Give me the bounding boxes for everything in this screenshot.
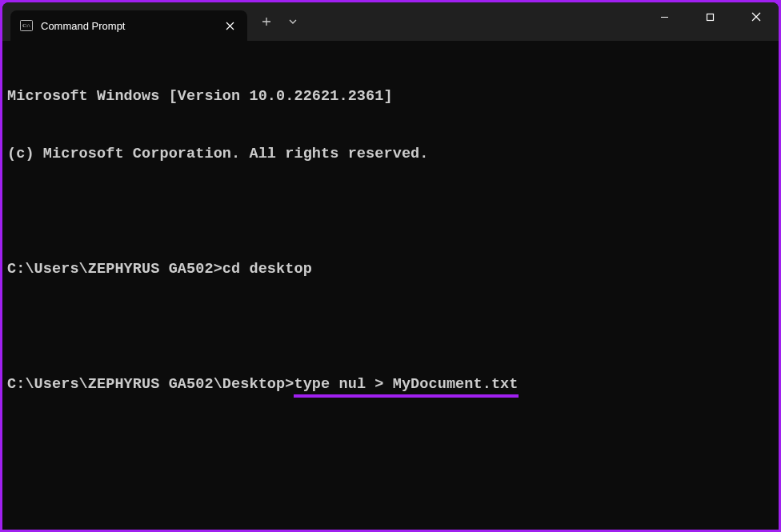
- new-tab-button[interactable]: [252, 9, 281, 34]
- prompt-text: C:\Users\ZEPHYRUS GA502\Desktop>: [7, 376, 294, 393]
- prompt-text: C:\Users\ZEPHYRUS GA502>: [7, 261, 222, 278]
- blank-line: [7, 202, 774, 222]
- minimize-button[interactable]: [642, 2, 687, 31]
- chevron-down-icon: [288, 17, 298, 26]
- tab-title: Command Prompt: [41, 20, 222, 32]
- window-controls: [642, 2, 779, 41]
- titlebar: C:\ Command Prompt: [2, 2, 779, 41]
- maximize-button[interactable]: [687, 2, 733, 31]
- svg-text:C:\: C:\: [22, 22, 30, 29]
- tab-close-button[interactable]: [222, 18, 238, 34]
- minimize-icon: [660, 13, 669, 22]
- command-text: cd desktop: [222, 261, 312, 278]
- tab-controls: [252, 2, 305, 41]
- svg-rect-7: [707, 14, 714, 20]
- history-entry: C:\Users\ZEPHYRUS GA502>cd desktop: [7, 260, 774, 279]
- highlighted-command: type nul > MyDocument.txt: [294, 375, 518, 398]
- tab-command-prompt[interactable]: C:\ Command Prompt: [10, 10, 247, 41]
- tab-dropdown-button[interactable]: [281, 9, 305, 34]
- plus-icon: [262, 17, 271, 26]
- current-entry: C:\Users\ZEPHYRUS GA502\Desktop>type nul…: [7, 375, 774, 394]
- version-line: Microsoft Windows [Version 10.0.22621.23…: [7, 87, 774, 106]
- maximize-icon: [706, 13, 715, 22]
- cmd-icon: C:\: [20, 19, 33, 32]
- text-caret: [519, 377, 527, 393]
- close-icon: [751, 12, 761, 22]
- close-window-button[interactable]: [733, 2, 779, 31]
- copyright-line: (c) Microsoft Corporation. All rights re…: [7, 145, 774, 164]
- close-icon: [226, 22, 234, 30]
- terminal-output[interactable]: Microsoft Windows [Version 10.0.22621.23…: [2, 41, 779, 441]
- blank-line: [7, 318, 774, 337]
- app-window: C:\ Command Prompt: [2, 2, 779, 530]
